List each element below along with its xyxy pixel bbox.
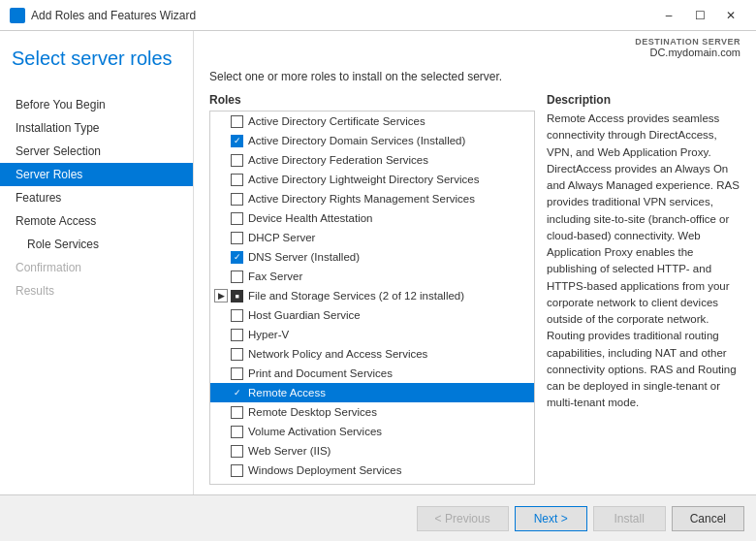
role-label-wds: Windows Deployment Services xyxy=(248,464,402,476)
title-bar-left: Add Roles and Features Wizard xyxy=(10,8,196,23)
role-item-npas[interactable]: Network Policy and Access Services xyxy=(210,344,534,364)
roles-panel-header: Roles xyxy=(209,93,535,107)
sidebar-item-role-services[interactable]: Role Services xyxy=(0,233,193,256)
role-item-hyper-v[interactable]: Hyper-V xyxy=(210,325,534,344)
roles-list-container[interactable]: Active Directory Certificate ServicesAct… xyxy=(209,111,535,485)
cancel-button[interactable]: Cancel xyxy=(672,506,744,531)
checkbox-vas[interactable] xyxy=(231,426,243,438)
roles-panel: Roles Active Directory Certificate Servi… xyxy=(209,93,535,485)
role-item-fas[interactable]: ▶File and Storage Services (2 of 12 inst… xyxy=(210,286,534,305)
role-item-ra[interactable]: Remote Access xyxy=(210,383,534,402)
checkbox-adds[interactable] xyxy=(231,135,243,147)
role-item-vas[interactable]: Volume Activation Services xyxy=(210,422,534,441)
checkbox-pds[interactable] xyxy=(231,367,243,380)
description-panel: Description Remote Access provides seaml… xyxy=(547,93,740,485)
dest-server-bar: DESTINATION SERVER DC.mydomain.com xyxy=(194,31,756,60)
content-body: Select one or more roles to install on t… xyxy=(194,60,756,494)
role-item-adcs[interactable]: Active Directory Certificate Services xyxy=(210,111,534,131)
checkbox-wsus[interactable] xyxy=(231,484,243,486)
role-label-pds: Print and Document Services xyxy=(248,367,393,379)
description-panel-header: Description xyxy=(547,93,740,107)
role-label-fas: File and Storage Services (2 of 12 insta… xyxy=(248,290,464,302)
checkbox-wds[interactable] xyxy=(231,464,243,477)
checkbox-hyper-v[interactable] xyxy=(231,329,243,341)
sidebar-item-features[interactable]: Features xyxy=(0,186,193,209)
role-label-npas: Network Policy and Access Services xyxy=(248,348,427,360)
role-item-rds[interactable]: Remote Desktop Services xyxy=(210,402,534,422)
checkbox-dha[interactable] xyxy=(231,212,243,225)
minimize-button[interactable]: – xyxy=(653,5,684,26)
checkbox-dhcp[interactable] xyxy=(231,232,243,244)
sidebar-item-before-you-begin[interactable]: Before You Begin xyxy=(0,93,193,116)
roles-area: Roles Active Directory Certificate Servi… xyxy=(209,93,740,485)
sidebar-item-server-selection[interactable]: Server Selection xyxy=(0,140,193,163)
role-label-iis: Web Server (IIS) xyxy=(248,445,331,457)
sidebar-item-installation-type[interactable]: Installation Type xyxy=(0,116,193,140)
next-button[interactable]: Next > xyxy=(515,506,587,531)
checkbox-npas[interactable] xyxy=(231,348,243,361)
install-button[interactable]: Install xyxy=(593,506,666,531)
role-label-vas: Volume Activation Services xyxy=(248,426,382,437)
previous-button[interactable]: < Previous xyxy=(417,506,509,531)
role-label-adfs: Active Directory Federation Services xyxy=(248,154,428,166)
role-label-dha: Device Health Attestation xyxy=(248,212,373,224)
title-bar-controls: – ☐ ✕ xyxy=(653,5,746,26)
title-bar: Add Roles and Features Wizard – ☐ ✕ xyxy=(0,0,756,31)
role-item-pds[interactable]: Print and Document Services xyxy=(210,364,534,383)
sidebar-item-confirmation[interactable]: Confirmation xyxy=(0,256,193,279)
sidebar-header: Select server roles xyxy=(0,31,193,81)
checkbox-iis[interactable] xyxy=(231,445,243,458)
window-title: Add Roles and Features Wizard xyxy=(31,9,196,22)
checkbox-rds[interactable] xyxy=(231,406,243,419)
role-item-dhcp[interactable]: DHCP Server xyxy=(210,228,534,247)
role-label-wsus: Windows Server Update Services xyxy=(248,484,414,485)
role-item-fax[interactable]: Fax Server xyxy=(210,267,534,286)
checkbox-adfs[interactable] xyxy=(231,154,243,167)
sidebar-item-results[interactable]: Results xyxy=(0,279,193,302)
expand-icon-fas[interactable]: ▶ xyxy=(214,289,228,302)
checkbox-hgs[interactable] xyxy=(231,309,243,322)
maximize-button[interactable]: ☐ xyxy=(684,5,715,26)
checkbox-ra[interactable] xyxy=(231,387,243,399)
checkbox-adcs[interactable] xyxy=(231,115,243,128)
role-label-adlds: Active Directory Lightweight Directory S… xyxy=(248,174,479,185)
role-item-wsus[interactable]: Windows Server Update Services xyxy=(210,480,534,485)
role-label-adrms: Active Directory Rights Management Servi… xyxy=(248,193,475,205)
content-description: Select one or more roles to install on t… xyxy=(209,70,740,83)
checkbox-adrms[interactable] xyxy=(231,193,243,206)
main-area: Select server roles Before You BeginInst… xyxy=(0,31,756,494)
role-item-hgs[interactable]: Host Guardian Service xyxy=(210,305,534,325)
description-panel-body: Remote Access provides seamless connecti… xyxy=(547,111,740,412)
checkbox-dns[interactable] xyxy=(231,251,243,264)
sidebar-nav: Before You BeginInstallation TypeServer … xyxy=(0,93,193,302)
dest-server-name: DC.mydomain.com xyxy=(209,47,740,58)
app-icon xyxy=(10,8,25,23)
role-label-fax: Fax Server xyxy=(248,270,302,282)
role-item-adrms[interactable]: Active Directory Rights Management Servi… xyxy=(210,189,534,208)
checkbox-fax[interactable] xyxy=(231,270,243,283)
role-label-adcs: Active Directory Certificate Services xyxy=(248,115,425,127)
dest-server-label: DESTINATION SERVER xyxy=(209,37,740,47)
role-item-adlds[interactable]: Active Directory Lightweight Directory S… xyxy=(210,170,534,189)
sidebar: Select server roles Before You BeginInst… xyxy=(0,31,194,494)
role-label-hgs: Host Guardian Service xyxy=(248,309,361,321)
role-item-wds[interactable]: Windows Deployment Services xyxy=(210,461,534,480)
role-label-dns: DNS Server (Installed) xyxy=(248,251,360,263)
checkbox-fas[interactable] xyxy=(231,290,243,302)
role-label-rds: Remote Desktop Services xyxy=(248,406,377,418)
checkbox-adlds[interactable] xyxy=(231,174,243,186)
role-label-dhcp: DHCP Server xyxy=(248,232,315,243)
roles-list: Active Directory Certificate ServicesAct… xyxy=(210,111,534,485)
role-item-dha[interactable]: Device Health Attestation xyxy=(210,208,534,228)
footer: < Previous Next > Install Cancel xyxy=(0,494,756,541)
role-item-adfs[interactable]: Active Directory Federation Services xyxy=(210,150,534,170)
role-item-dns[interactable]: DNS Server (Installed) xyxy=(210,247,534,267)
close-button[interactable]: ✕ xyxy=(715,5,746,26)
role-item-adds[interactable]: Active Directory Domain Services (Instal… xyxy=(210,131,534,150)
role-label-ra: Remote Access xyxy=(248,387,326,398)
content-area: DESTINATION SERVER DC.mydomain.com Selec… xyxy=(194,31,756,494)
role-item-iis[interactable]: Web Server (IIS) xyxy=(210,441,534,461)
sidebar-item-server-roles[interactable]: Server Roles xyxy=(0,163,193,186)
sidebar-item-remote-access[interactable]: Remote Access xyxy=(0,209,193,233)
role-label-hyper-v: Hyper-V xyxy=(248,329,289,340)
